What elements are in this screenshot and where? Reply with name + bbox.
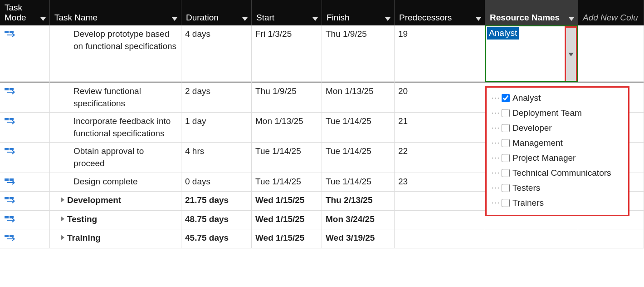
start-cell[interactable]: Fri 1/3/25 — [252, 25, 322, 82]
start-cell[interactable]: Wed 1/15/25 — [252, 229, 322, 248]
auto-schedule-icon — [5, 214, 17, 227]
resource-option[interactable]: ⋯ Testers — [491, 180, 624, 195]
finish-cell[interactable]: Wed 3/19/25 — [322, 229, 395, 248]
start-cell[interactable]: Wed 1/15/25 — [252, 211, 322, 230]
duration-cell[interactable]: 4 days — [181, 25, 252, 82]
resource-option-label: Technical Communicators — [512, 168, 611, 178]
tree-connector-icon: ⋯ — [491, 198, 500, 208]
expand-icon[interactable] — [61, 216, 64, 222]
task-name-cell[interactable]: Development — [50, 192, 181, 211]
chevron-down-icon — [385, 17, 390, 21]
auto-schedule-icon — [5, 116, 17, 129]
predecessors-cell[interactable] — [395, 211, 485, 230]
resource-names-cell-active[interactable]: Analyst — [485, 25, 578, 82]
chevron-down-icon — [568, 53, 574, 56]
task-mode-cell[interactable] — [0, 113, 50, 143]
finish-cell[interactable]: Mon 3/24/25 — [322, 211, 395, 230]
finish-cell[interactable]: Thu 2/13/25 — [322, 192, 395, 211]
resource-checkbox[interactable] — [502, 169, 510, 177]
col-header-duration[interactable]: Duration — [181, 0, 252, 25]
task-mode-cell[interactable] — [0, 25, 50, 82]
finish-cell[interactable]: Tue 1/14/25 — [322, 143, 395, 173]
resource-option[interactable]: ⋯ Management — [491, 135, 624, 150]
task-name-cell[interactable]: Review functional specifications — [50, 82, 181, 113]
predecessors-cell[interactable]: 23 — [395, 173, 485, 192]
resource-names-cell[interactable] — [485, 229, 578, 248]
duration-cell[interactable]: 48.75 days — [181, 211, 252, 230]
predecessors-cell[interactable]: 22 — [395, 143, 485, 173]
resource-checkbox[interactable] — [502, 139, 510, 147]
duration-cell[interactable]: 45.75 days — [181, 229, 252, 248]
task-mode-cell[interactable] — [0, 143, 50, 173]
resource-checkbox[interactable] — [502, 199, 510, 207]
finish-cell[interactable]: Tue 1/14/25 — [322, 113, 395, 143]
task-mode-cell[interactable] — [0, 229, 50, 248]
resource-option[interactable]: ⋯ Analyst — [491, 90, 624, 105]
task-mode-cell[interactable] — [0, 211, 50, 230]
start-cell[interactable]: Wed 1/15/25 — [252, 192, 322, 211]
resource-dropdown-panel[interactable]: ⋯ Analyst ⋯ Deployment Team ⋯ Developer … — [485, 86, 629, 216]
duration-cell[interactable]: 0 days — [181, 173, 252, 192]
task-name-cell[interactable]: Training — [50, 229, 181, 248]
finish-cell[interactable]: Tue 1/14/25 — [322, 173, 395, 192]
col-header-finish[interactable]: Finish — [322, 0, 395, 25]
start-cell[interactable]: Tue 1/14/25 — [252, 143, 322, 173]
duration-cell[interactable]: 2 days — [181, 82, 252, 113]
resource-checkbox[interactable] — [502, 94, 510, 102]
resource-option-label: Management — [512, 138, 563, 148]
start-cell[interactable]: Tue 1/14/25 — [252, 173, 322, 192]
resource-option[interactable]: ⋯ Developer — [491, 120, 624, 135]
task-mode-cell[interactable] — [0, 82, 50, 113]
task-mode-cell[interactable] — [0, 173, 50, 192]
auto-schedule-icon — [5, 195, 17, 208]
task-name-cell[interactable]: Develop prototype based on functional sp… — [50, 25, 181, 82]
duration-cell[interactable]: 21.75 days — [181, 192, 252, 211]
resource-checkbox[interactable] — [502, 184, 510, 192]
predecessors-cell[interactable]: 20 — [395, 82, 485, 113]
col-header-add-new[interactable]: Add New Colu — [578, 0, 644, 25]
duration-cell[interactable]: 4 hrs — [181, 143, 252, 173]
predecessors-cell[interactable]: 21 — [395, 113, 485, 143]
task-name-cell[interactable]: Testing — [50, 211, 181, 230]
expand-icon[interactable] — [61, 235, 64, 240]
task-name-cell[interactable]: Obtain approval to proceed — [50, 143, 181, 173]
resource-checkbox[interactable] — [502, 154, 510, 162]
expand-icon[interactable] — [61, 197, 64, 203]
add-new-cell[interactable] — [578, 25, 644, 82]
chevron-down-icon — [40, 17, 46, 21]
task-name-cell[interactable]: Incorporate feedback into functional spe… — [50, 113, 181, 143]
resource-option-label: Deployment Team — [512, 108, 582, 118]
col-header-task-name[interactable]: Task Name — [50, 0, 181, 25]
resource-dropdown-button[interactable] — [565, 26, 577, 81]
predecessors-cell[interactable] — [395, 229, 485, 248]
task-name-cell[interactable]: Design complete — [50, 173, 181, 192]
finish-cell[interactable]: Thu 1/9/25 — [322, 25, 395, 82]
task-mode-cell[interactable] — [0, 192, 50, 211]
resource-option[interactable]: ⋯ Technical Communicators — [491, 165, 624, 180]
tree-connector-icon: ⋯ — [491, 138, 500, 148]
resource-option[interactable]: ⋯ Project Manager — [491, 150, 624, 165]
finish-cell[interactable]: Mon 1/13/25 — [322, 82, 395, 113]
resource-option[interactable]: ⋯ Deployment Team — [491, 105, 624, 120]
tree-connector-icon: ⋯ — [491, 183, 500, 193]
col-header-task-mode[interactable]: Task Mode — [0, 0, 50, 25]
start-cell[interactable]: Mon 1/13/25 — [252, 113, 322, 143]
col-header-start[interactable]: Start — [252, 0, 322, 25]
auto-schedule-icon — [5, 146, 17, 158]
predecessors-cell[interactable]: 19 — [395, 25, 485, 82]
predecessors-cell[interactable] — [395, 192, 485, 211]
resource-checkbox[interactable] — [502, 109, 510, 117]
chevron-down-icon — [172, 17, 177, 21]
start-cell[interactable]: Thu 1/9/25 — [252, 82, 322, 113]
tree-connector-icon: ⋯ — [491, 123, 500, 133]
resource-selected-value: Analyst — [487, 27, 519, 40]
resource-option-label: Analyst — [512, 93, 541, 103]
col-header-resource-names[interactable]: Resource Names — [485, 0, 578, 25]
resource-option[interactable]: ⋯ Trainers — [491, 195, 624, 210]
col-header-predecessors[interactable]: Predecessors — [395, 0, 485, 25]
duration-cell[interactable]: 1 day — [181, 113, 252, 143]
resource-checkbox[interactable] — [502, 124, 510, 132]
add-new-cell[interactable] — [578, 229, 644, 248]
chevron-down-icon — [476, 17, 481, 21]
resource-option-label: Developer — [512, 123, 552, 133]
